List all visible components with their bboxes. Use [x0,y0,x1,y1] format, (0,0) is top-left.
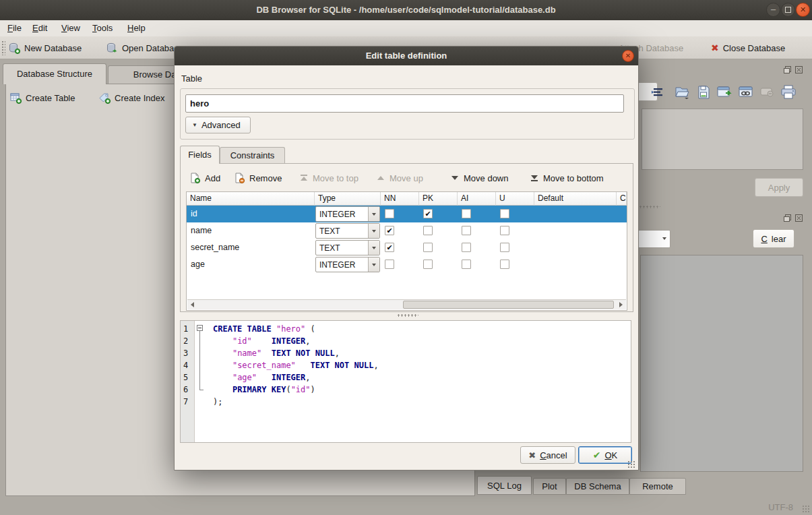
ai-checkbox[interactable] [462,226,471,235]
move-up-button: Move up [377,169,423,187]
nn-checkbox[interactable] [385,260,394,269]
col-header-u[interactable]: U [496,192,534,206]
set-null-icon [760,87,775,98]
dock-close-icon[interactable] [794,65,803,74]
ai-checkbox[interactable] [462,243,471,252]
dock2-close-icon[interactable] [794,214,803,222]
export-icon[interactable] [717,86,734,99]
close-button[interactable]: ✕ [796,3,810,17]
ai-checkbox[interactable] [462,260,471,269]
pk-checkbox[interactable] [423,260,433,269]
new-database-button[interactable]: New Database [9,40,82,55]
ok-check-icon: ✔ [593,450,601,460]
field-row-secret-name[interactable]: secret_name TEXT ✔ [187,239,627,256]
type-combobox[interactable]: INTEGER [315,206,380,222]
ok-button[interactable]: ✔ OK [578,446,632,464]
encoding-indicator[interactable]: UTF-8 [768,502,793,512]
edit-table-definition-dialog: Edit table definition ✕ Table hero ▼ Adv… [174,46,639,471]
window-title: DB Browser for SQLite - /home/user/code/… [0,0,812,20]
window-resize-grip[interactable] [802,505,811,514]
cell-editor-textarea[interactable] [642,109,803,170]
link-icon[interactable] [739,86,755,99]
dialog-resize-grip[interactable] [627,460,636,469]
type-combobox[interactable]: INTEGER [315,257,380,272]
insert-text-icon[interactable] [651,86,664,98]
u-checkbox[interactable] [500,243,509,252]
create-index-button[interactable]: Create Index [99,89,164,107]
col-header-pk[interactable]: PK [419,192,458,206]
combo-arrow-icon [368,207,379,221]
tab-fields[interactable]: Fields [180,146,220,164]
import-file-icon[interactable] [674,85,690,100]
col-header-check[interactable]: Check [617,192,627,206]
pk-checkbox[interactable] [423,226,433,235]
scroll-left-icon[interactable] [191,302,194,307]
dialog-close-button[interactable]: ✕ [622,50,634,62]
type-combobox[interactable]: TEXT [315,240,380,255]
toolbar-grip[interactable] [1,40,5,55]
pk-checkbox[interactable]: ✔ [423,209,433,218]
u-checkbox[interactable] [500,209,509,218]
nn-checkbox[interactable]: ✔ [385,226,394,235]
cancel-button[interactable]: ✖ Cancel [520,446,575,464]
remove-field-button[interactable]: Remove [234,169,282,187]
menu-edit[interactable]: Edit [30,20,50,36]
tab-remote[interactable]: Remote [629,478,686,495]
table-name-input[interactable]: hero [185,94,624,113]
type-combobox[interactable]: TEXT [315,223,380,239]
sql-line: "name" TEXT NOT NULL, [213,347,340,359]
combo-arrow-icon [662,237,666,240]
menu-view[interactable]: View [59,20,83,36]
create-table-button[interactable]: Create Table [10,89,75,107]
scrollbar-thumb[interactable] [403,301,614,309]
grid-horizontal-scrollbar[interactable] [187,299,626,309]
sql-log-list[interactable] [640,255,803,472]
dock-float-icon[interactable] [783,65,792,74]
field-row-name[interactable]: name TEXT ✔ [187,222,627,239]
ai-checkbox[interactable] [462,209,471,218]
menu-tools[interactable]: Tools [90,20,115,36]
col-header-ai[interactable]: AI [458,192,496,206]
dock-splitter-handle[interactable] [639,206,660,208]
dock2-float-icon[interactable] [783,214,792,222]
maximize-button[interactable] [781,3,795,17]
tab-plot[interactable]: Plot [533,478,566,495]
move-to-bottom-button[interactable]: Move to bottom [530,169,604,187]
minimize-button[interactable]: ─ [766,3,780,17]
menu-file[interactable]: File [5,20,24,36]
code-fold-icon[interactable] [197,325,203,331]
u-checkbox[interactable] [500,260,509,269]
cancel-x-icon: ✖ [528,450,536,460]
advanced-button[interactable]: ▼ Advanced [185,117,251,133]
col-header-default[interactable]: Default [534,192,617,206]
sql-line: PRIMARY KEY("id") [213,384,315,396]
move-down-button[interactable]: Move down [451,169,508,187]
tab-db-schema[interactable]: DB Schema [566,478,629,495]
add-field-button[interactable]: Add [189,169,220,187]
fields-grid: Name Type NN PK AI U Default Check id IN… [186,191,627,311]
scroll-right-icon[interactable] [619,302,623,307]
dialog-splitter-handle[interactable] [397,314,418,317]
col-header-nn[interactable]: NN [381,192,419,206]
dialog-titlebar[interactable]: Edit table definition ✕ [175,47,638,65]
save-icon[interactable] [696,85,711,100]
col-header-type[interactable]: Type [315,192,381,206]
maximize-icon [785,7,791,13]
col-header-name[interactable]: Name [187,192,315,206]
tab-sql-log[interactable]: SQL Log [477,476,532,495]
clear-log-button[interactable]: Clear [753,229,794,248]
nn-checkbox[interactable]: ✔ [385,243,394,252]
menu-help[interactable]: Help [125,20,148,36]
tab-constraints[interactable]: Constraints [220,147,285,164]
pk-checkbox[interactable] [423,243,433,252]
field-row-id[interactable]: id INTEGER ✔ [187,206,627,222]
tab-database-structure[interactable]: Database Structure [3,63,106,84]
close-database-button[interactable]: ✖ Close Database [711,40,785,55]
u-checkbox[interactable] [500,226,509,235]
nn-checkbox[interactable] [385,209,394,218]
sql-preview[interactable]: 1 2 3 4 5 6 7 CREATE TABLE "hero" ( "id"… [180,320,631,443]
open-database-button[interactable]: Open Database [106,40,183,55]
sql-line: ); [213,396,222,408]
field-row-age[interactable]: age INTEGER [187,256,627,273]
print-icon[interactable] [780,85,797,100]
